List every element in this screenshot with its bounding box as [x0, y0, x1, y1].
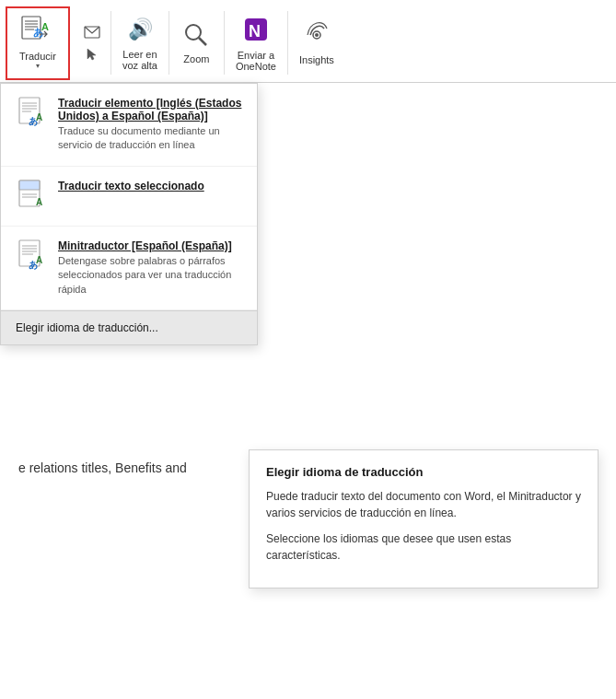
translate-document-icon: あ A	[16, 97, 49, 130]
menu-item-translate-selection-text: Traducir texto seleccionado	[58, 180, 242, 194]
separator-3	[224, 11, 225, 75]
speaker-icon: 🔊	[126, 16, 154, 47]
translate-selection-icon: A	[16, 180, 49, 213]
traducir-button-wrap: あ A Traducir ▾	[0, 4, 76, 82]
menu-item-minitranslator-title: Minitraductor [Español (España)]	[58, 239, 242, 252]
svg-rect-23	[19, 181, 40, 190]
svg-point-14	[315, 33, 319, 37]
menu-item-translate-document[interactable]: あ A Traducir elemento [Inglés (Estados U…	[1, 84, 257, 167]
menu-item-minitranslator-text: Minitraductor [Español (España)] Detenga…	[58, 239, 242, 297]
mail-icon-button[interactable]	[79, 22, 105, 42]
onenote-icon: N	[241, 15, 271, 48]
svg-text:A: A	[36, 255, 42, 265]
traducir-label: Traducir	[19, 51, 56, 62]
svg-text:A: A	[41, 21, 49, 32]
language-option-label: Elegir idioma de traducción...	[16, 321, 158, 334]
svg-text:N: N	[249, 22, 261, 41]
svg-text:A: A	[36, 112, 42, 122]
insights-label: Insights	[299, 54, 334, 65]
zoom-button[interactable]: Zoom	[171, 4, 222, 82]
minitranslator-icon: あ A	[16, 239, 49, 273]
svg-text:🔊: 🔊	[128, 17, 154, 41]
tooltip-paragraph-2: Seleccione los idiomas que desee que use…	[266, 530, 581, 564]
ribbon: あ A Traducir ▾ �	[0, 0, 616, 83]
menu-item-translate-document-title: Traducir elemento [Inglés (Estados Unido…	[58, 97, 242, 122]
zoom-icon	[183, 22, 209, 52]
menu-item-language-option[interactable]: Elegir idioma de traducción...	[1, 310, 257, 344]
onenote-button[interactable]: N Enviar a OneNote	[227, 4, 285, 82]
insights-button[interactable]: Insights	[290, 4, 343, 82]
tooltip-paragraph-1: Puede traducir texto del documento con W…	[266, 488, 581, 521]
traducir-button[interactable]: あ A Traducir ▾	[6, 6, 70, 80]
menu-item-translate-selection[interactable]: A Traducir texto seleccionado	[1, 167, 257, 227]
svg-text:A: A	[36, 197, 42, 207]
svg-line-10	[199, 38, 206, 45]
translate-icon: あ A	[21, 16, 54, 49]
menu-item-translate-selection-title: Traducir texto seleccionado	[58, 180, 242, 192]
separator-2	[169, 11, 169, 75]
onenote-label: Enviar a OneNote	[236, 50, 276, 72]
menu-item-minitranslator-desc: Detengase sobre palabras o párrafos sele…	[58, 254, 242, 297]
tooltip-title: Elegir idioma de traducción	[266, 465, 581, 479]
leer-voz-alta-button[interactable]: 🔊 Leer en voz alta	[113, 4, 167, 82]
cursor-icon-button[interactable]	[79, 44, 105, 64]
menu-item-translate-document-desc: Traduce su documento mediante un servici…	[58, 124, 242, 153]
small-icons-column	[76, 4, 109, 82]
menu-item-translate-document-text: Traducir elemento [Inglés (Estados Unido…	[58, 97, 242, 153]
svg-point-9	[186, 25, 201, 40]
menu-item-minitranslator[interactable]: あ A Minitraductor [Español (España)] Det…	[1, 227, 257, 310]
tooltip-panel: Elegir idioma de traducción Puede traduc…	[249, 449, 599, 588]
insights-icon	[303, 21, 331, 52]
separator-1	[110, 11, 111, 75]
translate-dropdown-menu: あ A Traducir elemento [Inglés (Estados U…	[0, 83, 258, 345]
traducir-dropdown-arrow: ▾	[36, 62, 40, 70]
leer-voz-alta-label: Leer en voz alta	[122, 49, 157, 71]
zoom-label: Zoom	[183, 53, 209, 64]
separator-4	[287, 11, 288, 75]
